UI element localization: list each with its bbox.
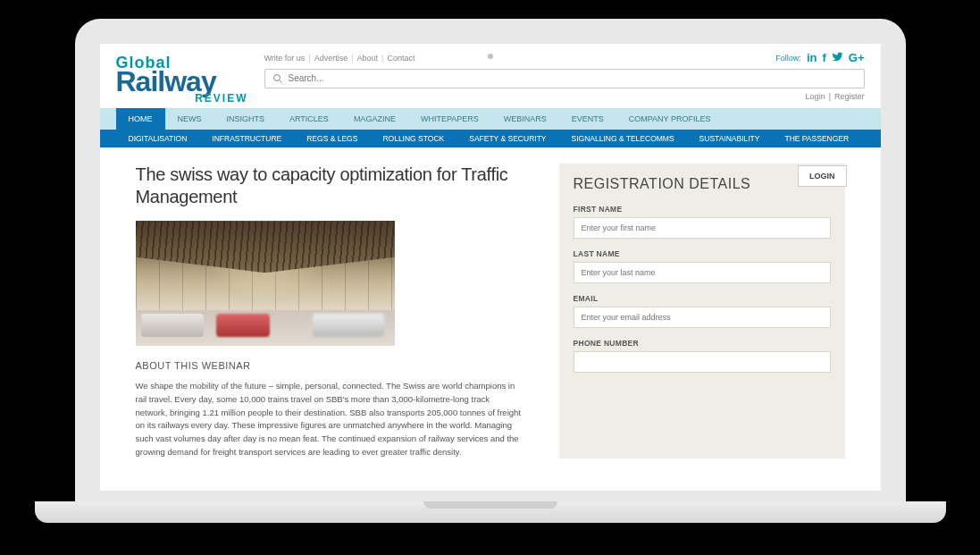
login-link[interactable]: Login <box>806 92 825 101</box>
search-input[interactable] <box>289 73 857 83</box>
section-label: ABOUT THIS WEBINAR <box>136 360 524 371</box>
login-button[interactable]: LOGIN <box>798 165 847 187</box>
svg-point-0 <box>273 74 280 80</box>
nav-company-profiles[interactable]: COMPANY PROFILES <box>616 108 724 130</box>
svg-line-1 <box>279 80 281 82</box>
nav-magazine[interactable]: MAGAZINE <box>341 108 408 130</box>
toplink-advertise[interactable]: Advertise <box>314 54 348 63</box>
nav2-regs[interactable]: REGS & LEGS <box>294 130 370 147</box>
linkedin-icon[interactable]: in <box>807 51 817 64</box>
toplink-contact[interactable]: Contact <box>387 54 415 63</box>
nav2-rolling-stock[interactable]: ROLLING STOCK <box>370 130 456 147</box>
last-name-label: LAST NAME <box>574 249 831 258</box>
nav-insights[interactable]: INSIGHTS <box>214 108 278 130</box>
nav-events[interactable]: EVENTS <box>559 108 616 130</box>
article-title: The swiss way to capacity optimization f… <box>136 164 524 208</box>
follow-label: Follow: <box>775 54 801 63</box>
nav2-sustainability[interactable]: SUSTAINABILITY <box>687 130 773 147</box>
top-links: Write for us| Advertise| About| Contact <box>264 54 415 63</box>
toplink-write[interactable]: Write for us <box>264 54 306 63</box>
nav-webinars[interactable]: WEBINARS <box>491 108 559 130</box>
last-name-input[interactable] <box>574 262 831 283</box>
search-icon <box>272 73 283 84</box>
laptop-camera <box>488 54 493 59</box>
registration-panel: REGISTRATION DETAILS LOGIN FIRST NAME LA… <box>559 164 845 458</box>
nav-articles[interactable]: ARTICLES <box>277 108 341 130</box>
search-bar[interactable] <box>264 69 865 88</box>
nav2-infrastructure[interactable]: INFRASTRUCTURE <box>199 130 294 147</box>
first-name-input[interactable] <box>574 217 831 239</box>
facebook-icon[interactable]: f <box>822 51 825 64</box>
site-logo[interactable]: Global Railway REVIEW <box>116 51 248 104</box>
nav2-passenger[interactable]: THE PASSENGER <box>772 130 861 147</box>
twitter-icon[interactable] <box>832 51 843 65</box>
register-link[interactable]: Register <box>834 92 865 101</box>
email-input[interactable] <box>574 307 831 328</box>
googleplus-icon[interactable]: G+ <box>849 51 865 64</box>
hero-image <box>136 221 395 346</box>
nav2-signalling[interactable]: SIGNALLING & TELECOMMS <box>559 130 687 147</box>
nav2-safety[interactable]: SAFETY & SECURITY <box>456 130 558 147</box>
nav2-digitalisation[interactable]: DIGITALISATION <box>116 130 200 147</box>
logo-line2: Railway <box>116 70 248 94</box>
nav-primary: HOME NEWS INSIGHTS ARTICLES MAGAZINE WHI… <box>100 108 881 130</box>
first-name-label: FIRST NAME <box>574 205 831 214</box>
nav-home[interactable]: HOME <box>116 108 165 130</box>
toplink-about[interactable]: About <box>357 54 379 63</box>
phone-label: PHONE NUMBER <box>574 339 831 348</box>
phone-input[interactable] <box>574 351 831 373</box>
email-label: EMAIL <box>574 294 831 303</box>
nav-whitepapers[interactable]: WHITEPAPERS <box>408 108 491 130</box>
nav-secondary: DIGITALISATION INFRASTRUCTURE REGS & LEG… <box>100 130 881 147</box>
main-content: The swiss way to capacity optimization f… <box>136 164 524 458</box>
article-body: We shape the mobility of the future – si… <box>136 380 524 458</box>
nav-news[interactable]: NEWS <box>165 108 214 130</box>
registration-title: REGISTRATION DETAILS <box>574 176 751 192</box>
